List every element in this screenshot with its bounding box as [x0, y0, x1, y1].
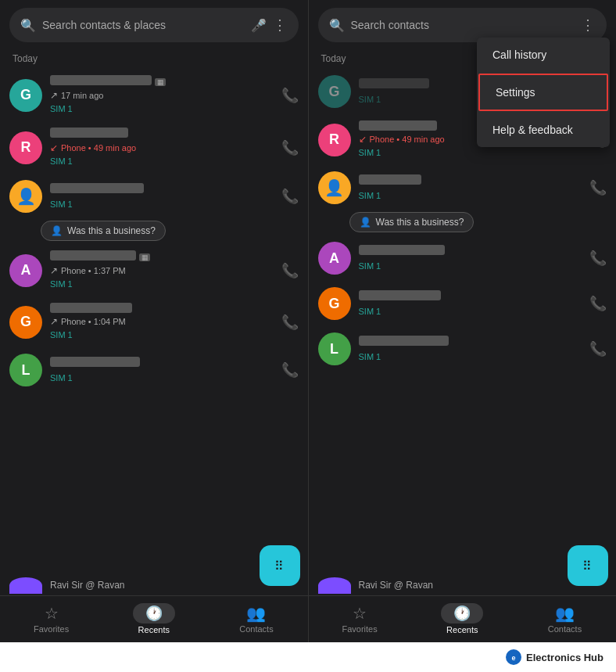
- contact-item[interactable]: 👤 SIM 1 📞: [309, 165, 617, 210]
- contact-item[interactable]: R ↙ Phone • 49 min ago SIM 1 📞: [0, 121, 308, 174]
- contact-name-bar: [359, 290, 441, 300]
- contacts-icon: 👥: [246, 604, 266, 623]
- contact-name-bar: [50, 250, 136, 261]
- search-input-right[interactable]: Search contacts: [351, 19, 575, 31]
- right-screen: 🔍 Search contacts ⋮ Call history Setting…: [309, 0, 617, 642]
- logo-icon: e: [506, 649, 521, 665]
- avatar: 👤: [318, 171, 351, 204]
- call-button[interactable]: 📞: [281, 87, 299, 104]
- contact-info: ▦ ↗ 17 min ago SIM 1: [50, 75, 274, 115]
- contact-item[interactable]: G ▦ ↗ 17 min ago SIM 1 📞: [0, 69, 308, 121]
- contact-name-bar: [50, 357, 140, 367]
- fab-dialpad-right[interactable]: ⠿: [568, 545, 608, 586]
- call-button[interactable]: 📞: [281, 188, 299, 205]
- logo-svg: e: [507, 651, 520, 663]
- contact-name-bar: [50, 128, 128, 138]
- contact-item[interactable]: A ▦ ↗ Phone • 1:37 PM SIM 1 📞: [0, 244, 308, 296]
- fab-dialpad[interactable]: ⠿: [260, 545, 300, 586]
- call-button[interactable]: 📞: [589, 340, 607, 358]
- left-screen: 🔍 Search contacts & places 🎤 ⋮ Today G ▦…: [0, 0, 309, 642]
- nav-recents[interactable]: 🕐 Recents: [102, 601, 205, 636]
- avatar: G: [318, 287, 351, 320]
- nav-recents-label-right: Recents: [446, 625, 478, 634]
- sim-label: SIM 1: [50, 373, 73, 383]
- call-button[interactable]: 📞: [589, 295, 607, 312]
- contact-item[interactable]: L SIM 1 📞: [0, 347, 308, 393]
- search-bar-left[interactable]: 🔍 Search contacts & places 🎤 ⋮: [9, 8, 299, 42]
- recents-icon: 🕐: [133, 603, 175, 623]
- sim-label: SIM 1: [50, 330, 73, 340]
- recents-icon-right: 🕐: [441, 603, 483, 623]
- contact-item[interactable]: A SIM 1 📞: [309, 235, 617, 281]
- call-button[interactable]: 📞: [281, 139, 299, 156]
- contact-name-bar: [359, 78, 429, 88]
- dropdown-call-history[interactable]: Call history: [477, 38, 610, 72]
- nav-favorites-right[interactable]: ☆ Favorites: [309, 601, 411, 636]
- more-options-right[interactable]: ⋮: [581, 16, 596, 34]
- dropdown-menu: Call history Settings Help & feedback: [477, 38, 610, 147]
- call-button[interactable]: 📞: [281, 314, 299, 331]
- call-time: Phone • 49 min ago: [61, 143, 136, 153]
- nav-recents-right[interactable]: 🕐 Recents: [411, 601, 514, 636]
- nav-favorites-label-right: Favorites: [342, 624, 377, 634]
- contact-name-bar: [359, 174, 421, 185]
- contact-info: ↗ Phone • 1:04 PM SIM 1: [50, 303, 274, 341]
- sim-label: SIM 1: [359, 352, 381, 361]
- contact-item[interactable]: L SIM 1 📞: [309, 326, 617, 372]
- dropdown-settings[interactable]: Settings: [478, 74, 608, 111]
- dialpad-icon-right: ⠿: [582, 559, 593, 573]
- contact-item[interactable]: G SIM 1 📞: [309, 281, 617, 326]
- logo-text: Electronics Hub: [526, 652, 603, 663]
- partial-contact-label: Ravi Sir @ Ravan: [50, 580, 125, 591]
- nav-contacts-label: Contacts: [239, 624, 273, 634]
- more-options-left[interactable]: ⋮: [273, 16, 288, 34]
- footer-bar: e Electronics Hub: [0, 642, 616, 672]
- business-chip[interactable]: 👤 Was this a business?: [41, 221, 166, 241]
- sim-label: SIM 1: [50, 104, 73, 113]
- contact-name-bar: [50, 303, 132, 313]
- business-label: Was this a business?: [67, 225, 156, 236]
- sim-label: SIM 1: [359, 191, 381, 200]
- bottom-nav-left: ☆ Favorites 🕐 Recents 👥 Contacts: [0, 595, 308, 642]
- dropdown-help-feedback[interactable]: Help & feedback: [477, 113, 610, 147]
- partial-contact-label-right: Ravi Sir @ Ravan: [359, 580, 434, 591]
- call-direction-icon: ↗: [50, 90, 58, 101]
- contact-item[interactable]: 👤 SIM 1 📞: [0, 174, 308, 219]
- avatar: R: [318, 124, 351, 156]
- nav-contacts[interactable]: 👥 Contacts: [205, 601, 307, 636]
- mic-icon-left[interactable]: 🎤: [251, 18, 267, 33]
- avatar: G: [9, 306, 42, 339]
- avatar: 👤: [9, 180, 42, 213]
- search-icon-left: 🔍: [20, 18, 36, 33]
- call-button[interactable]: 📞: [281, 262, 299, 279]
- call-time: Phone • 1:37 PM: [61, 266, 126, 275]
- contact-info: SIM 1: [50, 183, 274, 210]
- call-direction-icon: ↗: [50, 265, 58, 276]
- call-time: Phone • 1:04 PM: [61, 317, 126, 326]
- call-button[interactable]: 📞: [589, 250, 607, 267]
- call-direction-icon: ↗: [50, 316, 58, 327]
- nav-favorites[interactable]: ☆ Favorites: [0, 601, 102, 636]
- sim-card-icon: ▦: [155, 78, 166, 86]
- call-direction-icon: ↙: [359, 134, 367, 145]
- partial-avatar-right: [318, 577, 351, 594]
- contact-name-bar: [50, 183, 144, 193]
- contact-item[interactable]: G ↗ Phone • 1:04 PM SIM 1 📞: [0, 296, 308, 347]
- contact-info: SIM 1: [50, 357, 274, 384]
- nav-contacts-label-right: Contacts: [548, 624, 582, 634]
- business-label: Was this a business?: [376, 217, 464, 228]
- contact-info: ↙ Phone • 49 min ago SIM 1: [50, 128, 274, 167]
- business-chip[interactable]: 👤 Was this a business?: [349, 212, 475, 232]
- partial-avatar: [9, 577, 42, 594]
- contact-info: SIM 1: [359, 174, 582, 202]
- contact-info: SIM 1: [359, 290, 582, 318]
- sim-label: SIM 1: [50, 279, 73, 289]
- nav-contacts-right[interactable]: 👥 Contacts: [514, 601, 616, 636]
- bottom-nav-right: ☆ Favorites 🕐 Recents 👥 Contacts: [309, 595, 617, 642]
- avatar: L: [9, 354, 42, 386]
- favorites-icon-right: ☆: [353, 604, 367, 623]
- contact-list-left: G ▦ ↗ 17 min ago SIM 1 📞 R: [0, 69, 308, 575]
- call-button[interactable]: 📞: [589, 179, 607, 196]
- search-input-left[interactable]: Search contacts & places: [42, 19, 245, 31]
- call-button[interactable]: 📞: [281, 361, 299, 379]
